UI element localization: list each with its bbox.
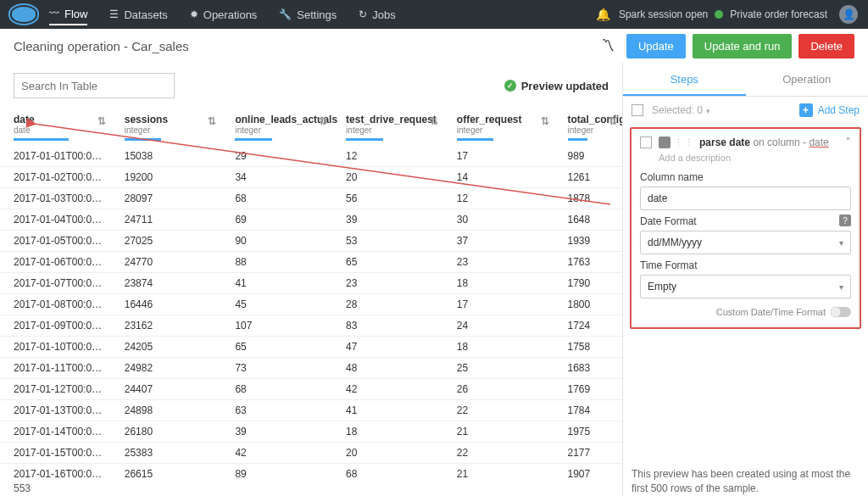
preview-updated-label: Preview updated xyxy=(521,80,609,92)
add-step-button[interactable]: +Add Step xyxy=(799,103,860,117)
grip-icon[interactable]: ⋮⋮ xyxy=(674,137,694,148)
avatar[interactable]: 👤 xyxy=(839,5,858,24)
table-row[interactable]: 2017-01-05T00:00:00.000Z270259053371939 xyxy=(0,231,622,252)
table-row[interactable]: 2017-01-07T00:00:00.000Z238744123181790 xyxy=(0,273,622,294)
sort-icon[interactable]: ⇅ xyxy=(97,115,106,127)
table-row[interactable]: 2017-01-13T00:00:00.000Z248986341221784 xyxy=(0,400,622,421)
table-cell: 1261 xyxy=(554,167,622,188)
time-format-select[interactable]: Empty▾ xyxy=(640,275,851,298)
update-button[interactable]: Update xyxy=(626,34,686,59)
wrench-icon: 🔧 xyxy=(279,8,292,20)
table-cell: 1758 xyxy=(554,337,622,358)
table-cell: 19200 xyxy=(111,167,222,188)
chevron-up-icon[interactable]: ˄ xyxy=(845,136,851,149)
table-row[interactable]: 2017-01-15T00:00:00.000Z253834220222177 xyxy=(0,443,622,464)
table-cell: 37 xyxy=(443,231,554,252)
tab-operation[interactable]: Operation xyxy=(746,63,869,96)
column-header-online_leads_actuals[interactable]: online_leads_actualsinteger⇅ xyxy=(221,107,332,146)
left-panel: ✓ Preview updated datedate⇅sessionsinteg… xyxy=(0,63,622,496)
nav-settings[interactable]: 🔧Settings xyxy=(279,8,337,21)
nav-datasets-label: Datasets xyxy=(124,8,167,21)
table-cell: 2017-01-07T00:00:00.000Z xyxy=(0,273,111,294)
table-row[interactable]: 2017-01-10T00:00:00.000Z242056547181758 xyxy=(0,337,622,358)
select-all-checkbox[interactable] xyxy=(632,104,643,116)
preview-updated: ✓ Preview updated xyxy=(504,80,609,92)
nav-flow-label: Flow xyxy=(64,8,87,20)
table-cell: 65 xyxy=(332,252,443,273)
table-row[interactable]: 2017-01-12T00:00:00.000Z244076842261769 xyxy=(0,379,622,400)
chart-icon[interactable]: 〽 xyxy=(601,38,615,53)
table-row[interactable]: 2017-01-09T00:00:00.000Z2316210783241724 xyxy=(0,315,622,337)
flow-icon: 〰 xyxy=(49,8,59,20)
plus-icon: + xyxy=(799,103,813,117)
custom-format-toggle[interactable] xyxy=(831,307,851,317)
table-cell: 989 xyxy=(554,146,622,167)
table-cell: 2017-01-11T00:00:00.000Z xyxy=(0,358,111,379)
sort-icon[interactable]: ⇅ xyxy=(208,115,216,127)
column-header-date[interactable]: datedate⇅ xyxy=(0,107,111,146)
sort-icon[interactable]: ⇅ xyxy=(430,115,438,127)
table-cell: 47 xyxy=(332,337,443,358)
sort-icon[interactable]: ⇅ xyxy=(609,115,617,127)
sort-icon[interactable]: ⇅ xyxy=(541,115,549,127)
table-cell: 2017-01-12T00:00:00.000Z xyxy=(0,379,111,400)
nav-datasets[interactable]: ☰Datasets xyxy=(109,8,167,21)
table-cell: 23 xyxy=(332,273,443,294)
table-cell: 2017-01-01T00:00:00.000Z xyxy=(0,146,111,167)
table-cell: 29 xyxy=(221,146,332,167)
sort-icon[interactable]: ⇅ xyxy=(319,115,327,127)
column-header-test_drive_request[interactable]: test_drive_requestinteger⇅ xyxy=(332,107,443,146)
help-icon[interactable]: ? xyxy=(839,215,851,226)
table-row[interactable]: 2017-01-01T00:00:00.000Z15038291217989 xyxy=(0,146,622,167)
step-description[interactable]: Add a description xyxy=(659,153,851,163)
update-run-button[interactable]: Update and run xyxy=(693,34,793,59)
table-row[interactable]: 2017-01-02T00:00:00.000Z192003420141261 xyxy=(0,167,622,188)
table-row[interactable]: 2017-01-11T00:00:00.000Z249827348251683 xyxy=(0,358,622,379)
nav-jobs[interactable]: ↻Jobs xyxy=(359,8,395,21)
table-row[interactable]: 2017-01-03T00:00:00.000Z280976856121878 xyxy=(0,188,622,209)
table-row[interactable]: 2017-01-08T00:00:00.000Z164464528171800 xyxy=(0,294,622,315)
search-input[interactable] xyxy=(14,73,175,98)
jobs-icon: ↻ xyxy=(359,8,367,20)
table-cell: 39 xyxy=(332,209,443,231)
table-cell: 88 xyxy=(221,252,332,273)
delete-button[interactable]: Delete xyxy=(798,34,854,59)
table-cell: 63 xyxy=(221,400,332,421)
column-header-offer_request[interactable]: offer_requestinteger⇅ xyxy=(443,107,554,146)
step-title: parse date on column - date xyxy=(699,137,845,148)
table-cell: 24 xyxy=(443,315,554,337)
table-cell: 2017-01-09T00:00:00.000Z xyxy=(0,315,111,337)
table-cell: 12 xyxy=(443,188,554,209)
nav-operations-label: Operations xyxy=(203,8,258,21)
table-cell: 34 xyxy=(221,167,332,188)
table-cell: 2017-01-16T00:00:00.000Z xyxy=(0,464,111,482)
table-cell: 17 xyxy=(443,146,554,167)
table-cell: 21 xyxy=(443,421,554,443)
column-header-total_configs[interactable]: total_configsinteger⇅ xyxy=(554,107,622,146)
nav-flow[interactable]: 〰Flow xyxy=(49,8,87,25)
table-row[interactable]: 2017-01-14T00:00:00.000Z261803918211975 xyxy=(0,421,622,443)
date-format-select[interactable]: dd/MM/yyyy▾ xyxy=(640,231,851,254)
chevron-down-icon: ▾ xyxy=(706,107,710,115)
table-cell: 28 xyxy=(332,294,443,315)
table-cell: 2017-01-06T00:00:00.000Z xyxy=(0,252,111,273)
table-cell: 24711 xyxy=(111,209,222,231)
tab-steps[interactable]: Steps xyxy=(623,63,746,96)
step-checkbox[interactable] xyxy=(640,137,652,148)
bell-icon[interactable]: 🔔 xyxy=(596,8,610,21)
column-header-sessions[interactable]: sessionsinteger⇅ xyxy=(111,107,222,146)
selected-count[interactable]: Selected: 0▾ xyxy=(652,104,710,116)
table-row[interactable]: 2017-01-06T00:00:00.000Z247708865231763 xyxy=(0,252,622,273)
date-format-label: Date Format xyxy=(640,215,697,227)
table-cell: 39 xyxy=(221,421,332,443)
session-open-label: Spark session open xyxy=(619,8,708,20)
data-table: datedate⇅sessionsinteger⇅online_leads_ac… xyxy=(0,107,622,481)
table-cell: 2017-01-03T00:00:00.000Z xyxy=(0,188,111,209)
column-name-input[interactable]: date xyxy=(640,187,851,210)
table-cell: 1784 xyxy=(554,400,622,421)
table-cell: 2017-01-04T00:00:00.000Z xyxy=(0,209,111,231)
table-row[interactable]: 2017-01-16T00:00:00.000Z266158968211907 xyxy=(0,464,622,482)
nav-operations[interactable]: ✸Operations xyxy=(190,8,258,21)
table-row[interactable]: 2017-01-04T00:00:00.000Z247116939301648 xyxy=(0,209,622,231)
table-cell: 68 xyxy=(221,188,332,209)
